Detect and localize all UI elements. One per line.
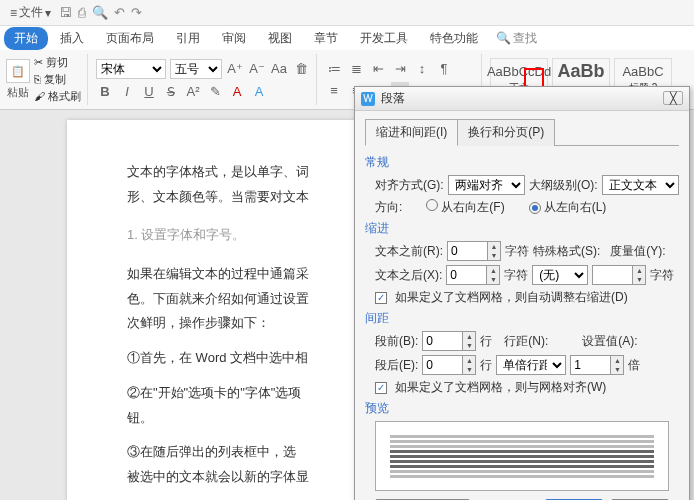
align-select[interactable]: 两端对齐	[448, 175, 525, 195]
underline-icon[interactable]: U	[140, 83, 158, 101]
indent-before-label: 文本之前(R):	[375, 243, 443, 260]
special-label: 特殊格式(S):	[533, 243, 600, 260]
unit-char: 字符	[650, 267, 674, 284]
unit-line: 行	[480, 357, 492, 374]
radio-rtl[interactable]: 从右向左(F)	[426, 199, 504, 216]
save-icon[interactable]: 🖫	[59, 5, 72, 20]
tab-start[interactable]: 开始	[4, 27, 48, 50]
unit-char: 字符	[504, 267, 528, 284]
numbering-icon[interactable]: ≣	[347, 60, 365, 78]
bullets-icon[interactable]: ≔	[325, 60, 343, 78]
indent-inc-icon[interactable]: ⇥	[391, 60, 409, 78]
clipboard-group: 📋 粘贴 ✂ 剪切 ⎘ 复制 🖌 格式刷	[6, 54, 88, 105]
font-color-icon[interactable]: A	[228, 83, 246, 101]
tab-reference[interactable]: 引用	[166, 27, 210, 50]
tab-view[interactable]: 视图	[258, 27, 302, 50]
strike-icon[interactable]: S̶	[162, 83, 180, 101]
show-marks-icon[interactable]: ¶	[435, 60, 453, 78]
brush-button[interactable]: 🖌 格式刷	[34, 89, 81, 104]
radio-ltr[interactable]: 从左向右(L)	[529, 199, 607, 216]
file-menu[interactable]: ≡ 文件 ▾	[6, 2, 55, 23]
check-grid-indent[interactable]: 如果定义了文档网格，则自动调整右缩进(D)	[375, 289, 679, 306]
font-name-select[interactable]: 宋体	[96, 59, 166, 79]
app-logo-icon: W	[361, 92, 375, 106]
tab-indent-spacing[interactable]: 缩进和间距(I)	[365, 119, 458, 146]
linespace-label: 行距(N):	[504, 333, 548, 350]
indent-before-spin[interactable]: ▲▼	[447, 241, 501, 261]
tab-special[interactable]: 特色功能	[420, 27, 488, 50]
preview-box	[375, 421, 669, 491]
tab-layout[interactable]: 页面布局	[96, 27, 164, 50]
space-after-spin[interactable]: ▲▼	[422, 355, 476, 375]
align-label: 对齐方式(G):	[375, 177, 444, 194]
section-spacing: 间距	[365, 310, 679, 327]
ribbon-tabs: 开始 插入 页面布局 引用 审阅 视图 章节 开发工具 特色功能 🔍 查找	[0, 26, 694, 50]
setval-label: 设置值(A):	[582, 333, 637, 350]
quick-access-bar: ≡ 文件 ▾ 🖫 ⎙ 🔍 ↶ ↷	[0, 0, 694, 26]
direction-label: 方向:	[375, 199, 402, 216]
copy-button[interactable]: ⎘ 复制	[34, 72, 81, 87]
space-before-spin[interactable]: ▲▼	[422, 331, 476, 351]
dialog-titlebar[interactable]: W 段落 ╳	[355, 87, 689, 111]
section-preview: 预览	[365, 400, 679, 417]
setval-spin[interactable]: ▲▼	[570, 355, 624, 375]
highlight-icon[interactable]: ✎	[206, 83, 224, 101]
measure-spin[interactable]: ▲▼	[592, 265, 646, 285]
superscript-icon[interactable]: A²	[184, 83, 202, 101]
unit-bei: 倍	[628, 357, 640, 374]
font-group: 宋体 五号 A⁺ A⁻ Aa 🗑 B I U S̶ A² ✎ A A	[96, 54, 317, 105]
qat-icons: 🖫 ⎙ 🔍 ↶ ↷	[59, 5, 142, 20]
space-after-label: 段后(E):	[375, 357, 418, 374]
grow-font-icon[interactable]: A⁺	[226, 60, 244, 78]
special-select[interactable]: (无)	[532, 265, 588, 285]
tab-dev[interactable]: 开发工具	[350, 27, 418, 50]
indent-after-spin[interactable]: ▲▼	[446, 265, 500, 285]
sort-icon[interactable]: ↕	[413, 60, 431, 78]
tab-review[interactable]: 审阅	[212, 27, 256, 50]
align-left-icon[interactable]: ≡	[325, 82, 343, 100]
italic-icon[interactable]: I	[118, 83, 136, 101]
paste-button[interactable]: 📋 粘贴	[6, 59, 30, 100]
unit-char: 字符	[505, 243, 529, 260]
text-effect-icon[interactable]: A	[250, 83, 268, 101]
bold-icon[interactable]: B	[96, 83, 114, 101]
close-icon[interactable]: ╳	[663, 91, 683, 105]
preview-icon[interactable]: 🔍	[92, 5, 108, 20]
clear-format-icon[interactable]: 🗑	[292, 60, 310, 78]
paragraph-dialog: W 段落 ╳ 缩进和间距(I) 换行和分页(P) 常规 对齐方式(G): 两端对…	[354, 86, 690, 500]
font-size-select[interactable]: 五号	[170, 59, 222, 79]
indent-dec-icon[interactable]: ⇤	[369, 60, 387, 78]
tab-section[interactable]: 章节	[304, 27, 348, 50]
change-case-icon[interactable]: Aa	[270, 60, 288, 78]
redo-icon[interactable]: ↷	[131, 5, 142, 20]
cut-button[interactable]: ✂ 剪切	[34, 55, 81, 70]
dialog-tabs: 缩进和间距(I) 换行和分页(P)	[365, 119, 679, 146]
shrink-font-icon[interactable]: A⁻	[248, 60, 266, 78]
linespace-select[interactable]: 单倍行距	[496, 355, 566, 375]
paste-icon: 📋	[6, 59, 30, 83]
indent-after-label: 文本之后(X):	[375, 267, 442, 284]
print-icon[interactable]: ⎙	[78, 5, 86, 20]
check-grid-align[interactable]: 如果定义了文档网格，则与网格对齐(W)	[375, 379, 679, 396]
outline-select[interactable]: 正文文本	[602, 175, 679, 195]
unit-line: 行	[480, 333, 492, 350]
tab-line-page[interactable]: 换行和分页(P)	[457, 119, 555, 146]
outline-label: 大纲级别(O):	[529, 177, 598, 194]
space-before-label: 段前(B):	[375, 333, 418, 350]
undo-icon[interactable]: ↶	[114, 5, 125, 20]
search-box[interactable]: 🔍 查找	[496, 30, 537, 47]
section-general: 常规	[365, 154, 679, 171]
section-indent: 缩进	[365, 220, 679, 237]
measure-label: 度量值(Y):	[610, 243, 665, 260]
tab-insert[interactable]: 插入	[50, 27, 94, 50]
dialog-title: 段落	[381, 90, 405, 107]
